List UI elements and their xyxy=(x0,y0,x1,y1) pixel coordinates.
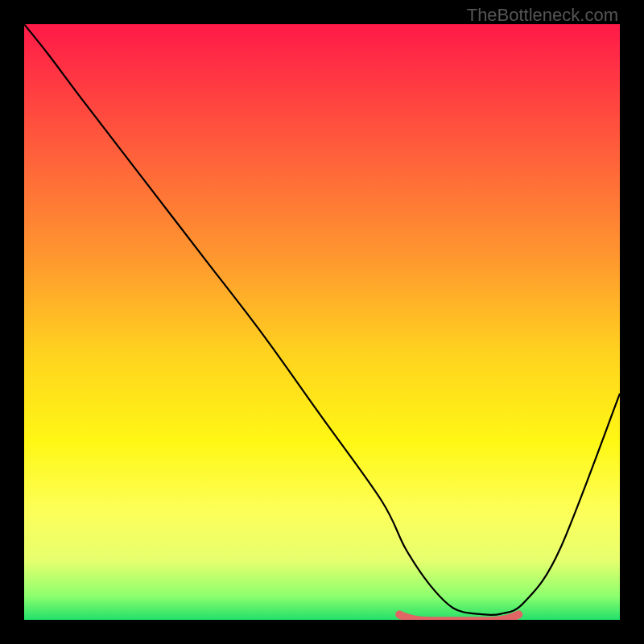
watermark-text: TheBottleneck.com xyxy=(467,5,618,26)
chart-frame xyxy=(0,0,644,644)
